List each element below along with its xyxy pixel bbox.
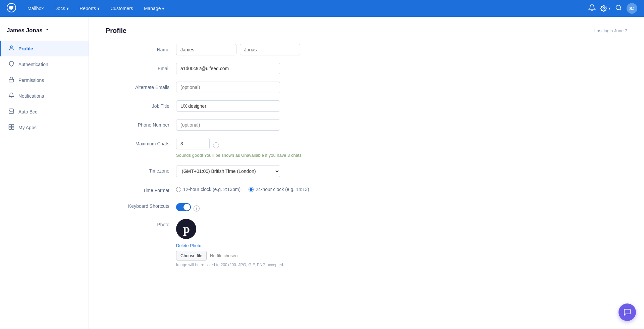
job-title-label: Job Title bbox=[106, 100, 169, 109]
delete-photo-link[interactable]: Delete Photo bbox=[176, 243, 201, 248]
file-chosen-label: No file chosen bbox=[210, 253, 237, 258]
email-row: Email bbox=[106, 63, 627, 74]
name-label: Name bbox=[106, 44, 169, 52]
sidebar-item-permissions[interactable]: Permissions bbox=[0, 72, 89, 88]
svg-point-2 bbox=[616, 5, 621, 9]
time-format-row: Time Format 12-hour clock (e.g. 2:13pm) … bbox=[106, 185, 627, 193]
settings-icon[interactable]: ▾ bbox=[600, 5, 610, 12]
svg-rect-8 bbox=[12, 125, 14, 127]
chevron-down-icon: ▾ bbox=[97, 6, 100, 11]
permissions-icon bbox=[8, 77, 14, 84]
time-format-label: Time Format bbox=[106, 185, 169, 193]
keyboard-shortcuts-label: Keyboard Shortcuts bbox=[106, 200, 169, 209]
toggle-knob bbox=[183, 204, 190, 210]
svg-point-4 bbox=[10, 46, 12, 48]
max-chats-info-icon[interactable]: i bbox=[213, 142, 219, 148]
sidebar: James Jonas Profile Authentication bbox=[0, 17, 89, 329]
last-login: Last login June 7 bbox=[594, 28, 627, 33]
phone-controls bbox=[176, 119, 627, 131]
topnav: Mailbox Docs ▾ Reports ▾ Customers Manag… bbox=[0, 0, 644, 17]
keyboard-shortcuts-info-icon[interactable]: i bbox=[194, 205, 200, 211]
topnav-mailbox[interactable]: Mailbox bbox=[23, 3, 48, 14]
file-input-wrapper: Choose file No file chosen bbox=[176, 251, 284, 261]
svg-rect-7 bbox=[9, 125, 11, 127]
email-label: Email bbox=[106, 63, 169, 71]
timezone-select[interactable]: (GMT+00:00) UTC (GMT+01:00) British Time… bbox=[176, 165, 280, 177]
topnav-right: ▾ SJ bbox=[588, 3, 637, 14]
layout: James Jonas Profile Authentication bbox=[0, 17, 644, 329]
keyboard-shortcuts-row: Keyboard Shortcuts i bbox=[106, 200, 627, 211]
authentication-icon bbox=[8, 61, 14, 68]
job-title-input[interactable] bbox=[176, 100, 280, 112]
profile-icon bbox=[8, 45, 14, 52]
time-format-12h-option[interactable]: 12-hour clock (e.g. 2:13pm) bbox=[176, 187, 240, 192]
chevron-down-icon: ▾ bbox=[608, 6, 610, 11]
phone-label: Phone Number bbox=[106, 119, 169, 128]
timezone-label: Timezone bbox=[106, 165, 169, 174]
sidebar-username[interactable]: James Jonas bbox=[0, 23, 89, 41]
keyboard-shortcuts-controls: i bbox=[176, 200, 200, 211]
svg-rect-9 bbox=[9, 127, 11, 130]
choose-file-button[interactable]: Choose file bbox=[176, 251, 207, 261]
phone-input[interactable] bbox=[176, 119, 280, 131]
max-chats-row: Maximum Chats i Sounds good! You'll be s… bbox=[106, 138, 627, 158]
timezone-row: Timezone (GMT+00:00) UTC (GMT+01:00) Bri… bbox=[106, 165, 627, 177]
alternate-emails-controls bbox=[176, 82, 627, 93]
topnav-customers[interactable]: Customers bbox=[106, 3, 138, 14]
sidebar-item-my-apps[interactable]: My Apps bbox=[0, 120, 89, 135]
max-chats-input[interactable] bbox=[176, 138, 210, 149]
notifications-icon bbox=[8, 92, 14, 99]
phone-row: Phone Number bbox=[106, 119, 627, 131]
max-chats-controls: i Sounds good! You'll be shown as Unavai… bbox=[176, 138, 302, 158]
svg-rect-10 bbox=[12, 127, 14, 130]
topnav-reports[interactable]: Reports ▾ bbox=[75, 3, 104, 14]
sidebar-item-auto-bcc[interactable]: Auto Bcc bbox=[0, 104, 89, 120]
alternate-emails-label: Alternate Emails bbox=[106, 82, 169, 90]
keyboard-shortcuts-toggle[interactable] bbox=[176, 203, 191, 211]
chevron-down-icon: ▾ bbox=[66, 6, 69, 11]
svg-point-1 bbox=[603, 8, 605, 9]
timezone-controls: (GMT+00:00) UTC (GMT+01:00) British Time… bbox=[176, 165, 627, 177]
topnav-items: Mailbox Docs ▾ Reports ▾ Customers Manag… bbox=[23, 3, 588, 14]
avatar-preview: p bbox=[176, 219, 196, 239]
auto-bcc-icon bbox=[8, 108, 14, 115]
search-icon[interactable] bbox=[615, 4, 622, 13]
page-title: Profile bbox=[106, 27, 126, 35]
job-title-controls bbox=[176, 100, 627, 112]
logo[interactable] bbox=[7, 3, 16, 14]
time-format-controls: 12-hour clock (e.g. 2:13pm) 24-hour cloc… bbox=[176, 185, 309, 192]
alternate-emails-input[interactable] bbox=[176, 82, 280, 93]
notification-icon[interactable] bbox=[588, 4, 596, 13]
name-row: Name bbox=[106, 44, 627, 55]
photo-hint: Image will be re-sized to 200x200. JPG, … bbox=[176, 263, 284, 267]
max-chats-hint: Sounds good! You'll be shown as Unavaila… bbox=[176, 153, 302, 158]
last-name-input[interactable] bbox=[240, 44, 300, 55]
photo-controls: p Delete Photo Choose file No file chose… bbox=[176, 219, 284, 267]
email-input[interactable] bbox=[176, 63, 280, 74]
chat-widget[interactable] bbox=[619, 303, 636, 321]
name-controls bbox=[176, 44, 627, 55]
photo-row: Photo p Delete Photo Choose file No file… bbox=[106, 219, 627, 267]
chevron-down-icon: ▾ bbox=[162, 6, 164, 11]
avatar[interactable]: SJ bbox=[627, 3, 637, 14]
sidebar-item-authentication[interactable]: Authentication bbox=[0, 56, 89, 72]
topnav-manage[interactable]: Manage ▾ bbox=[139, 3, 169, 14]
svg-line-3 bbox=[620, 9, 621, 10]
sidebar-item-profile[interactable]: Profile bbox=[0, 41, 89, 56]
alternate-emails-row: Alternate Emails bbox=[106, 82, 627, 93]
time-format-12h-radio[interactable] bbox=[176, 187, 181, 192]
first-name-input[interactable] bbox=[176, 44, 236, 55]
my-apps-icon bbox=[8, 124, 14, 131]
topnav-docs[interactable]: Docs ▾ bbox=[50, 3, 73, 14]
time-format-24h-option[interactable]: 24-hour clock (e.g. 14:13) bbox=[249, 187, 309, 192]
main-content: Profile Last login June 7 Name Email Alt… bbox=[89, 17, 644, 329]
job-title-row: Job Title bbox=[106, 100, 627, 112]
sidebar-item-notifications[interactable]: Notifications bbox=[0, 88, 89, 104]
svg-rect-5 bbox=[9, 79, 14, 82]
max-chats-label: Maximum Chats bbox=[106, 138, 169, 146]
photo-label: Photo bbox=[106, 219, 169, 227]
main-header: Profile Last login June 7 bbox=[106, 27, 627, 35]
chevron-down-icon bbox=[45, 27, 50, 34]
time-format-24h-radio[interactable] bbox=[249, 187, 254, 192]
email-controls bbox=[176, 63, 627, 74]
